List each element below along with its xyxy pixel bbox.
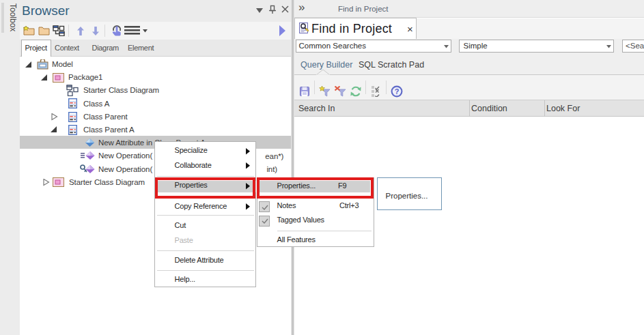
svg-text:?: ? (395, 87, 400, 96)
